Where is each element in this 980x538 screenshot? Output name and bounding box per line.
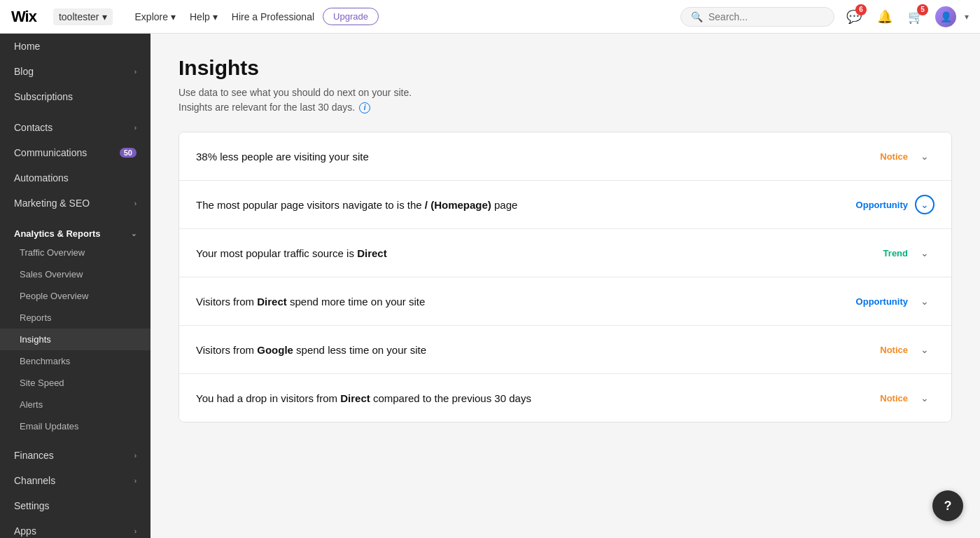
insight-right-3: Trend ⌄ — [883, 243, 934, 263]
sidebar-sub-insights[interactable]: Insights — [0, 329, 150, 350]
insight-expand-6[interactable]: ⌄ — [915, 388, 934, 408]
sidebar: Home Blog › Subscriptions Contacts › Com… — [0, 34, 150, 538]
insight-badge-2: Opportunity — [856, 200, 908, 210]
sidebar-item-apps[interactable]: Apps › — [0, 518, 150, 538]
top-nav-right: 🔍 💬 6 🔔 🛒 5 👤 ▾ — [680, 6, 969, 28]
search-icon: 🔍 — [691, 11, 703, 22]
marketing-chevron-icon: › — [134, 200, 136, 207]
avatar-icon: 👤 — [940, 11, 952, 22]
notifications-button[interactable]: 🔔 — [874, 6, 896, 28]
page-subtitle: Use data to see what you should do next … — [178, 85, 952, 115]
sidebar-item-finances[interactable]: Finances › — [0, 443, 150, 468]
insight-expand-2[interactable]: ⌄ — [915, 195, 934, 214]
insight-row-4[interactable]: Visitors from Direct spend more time on … — [179, 277, 951, 326]
sidebar-sub-traffic[interactable]: Traffic Overview — [0, 242, 150, 263]
insight-text-2: The most popular page visitors navigate … — [196, 199, 856, 211]
insight-text-1: 38% less people are visiting your site — [196, 151, 880, 163]
insight-row-6[interactable]: You had a drop in visitors from Direct c… — [179, 374, 951, 422]
sidebar-item-contacts[interactable]: Contacts › — [0, 115, 150, 140]
sidebar-sub-alerts[interactable]: Alerts — [0, 394, 150, 415]
insight-right-2: Opportunity ⌄ — [856, 195, 934, 214]
sidebar-sub-people[interactable]: People Overview — [0, 285, 150, 307]
insight-right-6: Notice ⌄ — [880, 388, 934, 408]
sidebar-item-settings[interactable]: Settings — [0, 493, 150, 518]
analytics-chevron-icon: ⌄ — [131, 230, 136, 237]
wix-logo: Wix — [11, 8, 36, 26]
insight-badge-1: Notice — [880, 151, 908, 162]
site-selector[interactable]: tooltester ▾ — [53, 8, 113, 25]
insight-text-4: Visitors from Direct spend more time on … — [196, 296, 856, 308]
help-chevron-icon: ▾ — [213, 11, 218, 22]
search-bar[interactable]: 🔍 — [680, 7, 834, 27]
insight-text-3: Your most popular traffic source is Dire… — [196, 247, 883, 259]
insights-container: 38% less people are visiting your site N… — [178, 132, 952, 422]
insight-row-3[interactable]: Your most popular traffic source is Dire… — [179, 229, 951, 277]
nav-links: Explore ▾ Help ▾ Hire a Professional Upg… — [130, 8, 379, 25]
info-icon[interactable]: i — [359, 102, 370, 113]
sidebar-sub-sales[interactable]: Sales Overview — [0, 263, 150, 285]
contacts-chevron-icon: › — [134, 124, 136, 132]
finances-chevron-icon: › — [134, 452, 136, 460]
sidebar-sub-email-updates[interactable]: Email Updates — [0, 415, 150, 437]
insight-row-5[interactable]: Visitors from Google spend less time on … — [179, 326, 951, 374]
cart-button[interactable]: 🛒 5 — [904, 6, 927, 28]
top-navigation: Wix tooltester ▾ Explore ▾ Help ▾ Hire a… — [0, 0, 980, 34]
insight-row-2[interactable]: The most popular page visitors navigate … — [179, 181, 951, 229]
insight-expand-3[interactable]: ⌄ — [915, 243, 934, 263]
messages-button[interactable]: 💬 6 — [843, 6, 865, 28]
blog-chevron-icon: › — [134, 68, 136, 76]
sidebar-sub-site-speed[interactable]: Site Speed — [0, 372, 150, 394]
sidebar-sub-benchmarks[interactable]: Benchmarks — [0, 350, 150, 372]
search-input[interactable] — [708, 11, 824, 22]
sidebar-item-marketing[interactable]: Marketing & SEO › — [0, 191, 150, 216]
insight-text-5: Visitors from Google spend less time on … — [196, 344, 880, 356]
insight-badge-6: Notice — [880, 393, 908, 404]
insight-right-5: Notice ⌄ — [880, 340, 934, 359]
sidebar-item-channels[interactable]: Channels › — [0, 468, 150, 493]
insight-badge-5: Notice — [880, 345, 908, 355]
communications-badge: 50 — [120, 148, 136, 158]
insight-expand-1[interactable]: ⌄ — [915, 146, 934, 166]
help-button[interactable]: ? — [932, 490, 963, 521]
site-selector-chevron: ▾ — [102, 11, 107, 22]
page-title: Insights — [178, 56, 952, 80]
main-content: Insights Use data to see what you should… — [150, 34, 980, 538]
upgrade-button[interactable]: Upgrade — [323, 8, 379, 25]
main-layout: Home Blog › Subscriptions Contacts › Com… — [0, 34, 980, 538]
insight-right-4: Opportunity ⌄ — [856, 291, 934, 311]
nav-explore[interactable]: Explore ▾ — [130, 8, 181, 25]
sidebar-item-communications[interactable]: Communications 50 — [0, 140, 150, 165]
insight-expand-4[interactable]: ⌄ — [915, 291, 934, 311]
insight-right-1: Notice ⌄ — [880, 146, 934, 166]
messages-badge: 6 — [855, 4, 867, 15]
sidebar-sub-reports[interactable]: Reports — [0, 307, 150, 329]
nav-help[interactable]: Help ▾ — [184, 8, 223, 25]
explore-chevron-icon: ▾ — [171, 11, 176, 22]
avatar[interactable]: 👤 — [935, 6, 956, 27]
sidebar-item-home[interactable]: Home — [0, 34, 150, 59]
nav-hire[interactable]: Hire a Professional — [226, 8, 320, 25]
sidebar-item-blog[interactable]: Blog › — [0, 59, 150, 84]
channels-chevron-icon: › — [134, 477, 136, 485]
sidebar-section-analytics[interactable]: Analytics & Reports ⌄ — [0, 221, 150, 242]
sidebar-item-subscriptions[interactable]: Subscriptions — [0, 84, 150, 109]
bell-icon: 🔔 — [877, 9, 892, 25]
insight-expand-5[interactable]: ⌄ — [915, 340, 934, 359]
avatar-chevron-icon[interactable]: ▾ — [965, 12, 969, 22]
insight-badge-3: Trend — [883, 248, 908, 258]
insight-row-1[interactable]: 38% less people are visiting your site N… — [179, 132, 951, 181]
insight-text-6: You had a drop in visitors from Direct c… — [196, 392, 880, 404]
sidebar-item-automations[interactable]: Automations — [0, 165, 150, 191]
apps-chevron-icon: › — [134, 527, 136, 535]
cart-badge: 5 — [917, 4, 928, 15]
insight-badge-4: Opportunity — [856, 296, 908, 307]
